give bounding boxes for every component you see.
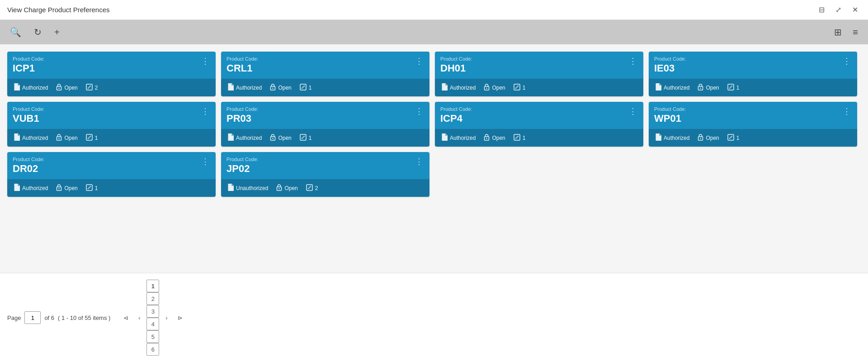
grid-view-button[interactable]: ⊞: [831, 25, 844, 39]
card-count-text: 1: [95, 185, 98, 191]
page-2-button[interactable]: 2: [146, 292, 159, 305]
card-header: Product Code: DH01 ⋮: [435, 52, 643, 79]
toolbar-right: ⊞ ≡: [831, 25, 861, 39]
card-menu-button[interactable]: ⋮: [413, 106, 425, 116]
edit-icon: [86, 134, 93, 142]
edit-icon: [86, 84, 93, 92]
svg-rect-11: [728, 84, 734, 90]
card-lock-stat: Open: [698, 83, 719, 92]
add-button[interactable]: +: [52, 25, 62, 39]
card-count-stat: 1: [300, 134, 312, 142]
card-product-label: Product Code:: [654, 106, 852, 112]
close-button[interactable]: ✕: [849, 5, 861, 15]
svg-point-7: [486, 88, 487, 89]
card-lock-stat: Open: [56, 133, 77, 142]
product-card-icp4[interactable]: Product Code: ICP4 ⋮ Authorized Open: [435, 102, 643, 147]
card-lock-stat: Open: [698, 133, 719, 142]
card-status-text: Unauthorized: [236, 185, 268, 191]
card-lock-stat: Open: [56, 184, 77, 192]
card-count-stat: 1: [727, 134, 740, 142]
lock-icon: [484, 83, 490, 92]
card-footer: Authorized Open 1: [435, 129, 643, 147]
svg-rect-20: [514, 134, 520, 140]
svg-rect-5: [300, 84, 306, 90]
lock-icon: [698, 133, 703, 142]
product-card-jp02[interactable]: Product Code: JP02 ⋮ Unauthorized Open: [221, 152, 429, 197]
svg-point-25: [59, 188, 60, 189]
card-status-stat: Authorized: [14, 184, 48, 192]
card-product-label: Product Code:: [440, 106, 638, 112]
last-page-button[interactable]: ⊳: [174, 311, 186, 324]
card-header: Product Code: CRL1 ⋮: [221, 52, 429, 79]
search-button[interactable]: 🔍: [7, 25, 24, 39]
svg-rect-29: [307, 185, 312, 191]
page-input[interactable]: [24, 311, 41, 324]
card-menu-button[interactable]: ⋮: [413, 56, 425, 66]
card-product-code: DH01: [440, 62, 638, 74]
next-page-button[interactable]: ›: [160, 311, 173, 324]
card-menu-button[interactable]: ⋮: [413, 157, 425, 167]
card-status-stat: Authorized: [14, 83, 48, 92]
card-status-text: Authorized: [450, 85, 476, 91]
page-1-button[interactable]: 1: [146, 280, 159, 292]
card-product-code: VUB1: [13, 113, 210, 124]
product-card-crl1[interactable]: Product Code: CRL1 ⋮ Authorized Open: [221, 52, 429, 96]
card-menu-button[interactable]: ⋮: [627, 56, 639, 66]
document-icon: [655, 83, 661, 92]
page-range-info: ( 1 - 10 of 55 items ): [58, 314, 110, 321]
menu-button[interactable]: ≡: [850, 25, 861, 39]
card-menu-button[interactable]: ⋮: [841, 106, 853, 116]
card-product-code: CRL1: [226, 62, 424, 74]
maximize-button[interactable]: ⤢: [833, 5, 844, 15]
card-menu-button[interactable]: ⋮: [199, 106, 211, 116]
page-label: Page: [7, 314, 21, 321]
card-menu-button[interactable]: ⋮: [841, 56, 853, 66]
page-5-button[interactable]: 5: [146, 330, 159, 343]
svg-point-16: [273, 138, 274, 139]
card-footer: Authorized Open 1: [649, 79, 857, 96]
card-status-stat: Authorized: [227, 133, 262, 142]
card-count-stat: 2: [86, 84, 98, 92]
document-icon: [227, 184, 234, 192]
document-icon: [14, 133, 20, 142]
product-card-wp01[interactable]: Product Code: WP01 ⋮ Authorized Open: [649, 102, 857, 147]
page-3-button[interactable]: 3: [146, 305, 159, 318]
card-lock-text: Open: [64, 85, 77, 91]
lock-icon: [484, 133, 490, 142]
card-lock-text: Open: [492, 135, 505, 141]
footer-bar: Page of 6 ( 1 - 10 of 55 items ) ⊲ ‹ 123…: [0, 273, 868, 362]
card-lock-text: Open: [278, 135, 291, 141]
page-6-button[interactable]: 6: [146, 343, 159, 356]
card-menu-button[interactable]: ⋮: [627, 106, 639, 116]
card-count-stat: 1: [86, 134, 98, 142]
card-count-text: 2: [315, 185, 318, 191]
card-product-code: IE03: [654, 62, 852, 74]
first-page-button[interactable]: ⊲: [119, 311, 132, 324]
card-menu-button[interactable]: ⋮: [199, 157, 211, 167]
page-4-button[interactable]: 4: [146, 318, 159, 330]
card-count-stat: 1: [300, 84, 312, 92]
minimize-button[interactable]: ⊟: [816, 5, 827, 15]
product-card-dh01[interactable]: Product Code: DH01 ⋮ Authorized Open: [435, 52, 643, 96]
product-card-icp1[interactable]: Product Code: ICP1 ⋮ Authorized Open: [7, 52, 216, 96]
card-menu-button[interactable]: ⋮: [199, 56, 211, 66]
card-count-text: 1: [736, 85, 740, 91]
product-card-pr03[interactable]: Product Code: PR03 ⋮ Authorized Open: [221, 102, 429, 147]
card-lock-text: Open: [278, 85, 291, 91]
prev-page-button[interactable]: ‹: [133, 311, 146, 324]
refresh-button[interactable]: ↻: [31, 25, 44, 39]
card-product-label: Product Code:: [226, 106, 424, 112]
card-product-label: Product Code:: [440, 56, 638, 62]
card-product-code: ICP1: [13, 62, 210, 74]
edit-icon: [86, 184, 93, 192]
card-product-code: ICP4: [440, 113, 638, 124]
card-header: Product Code: ICP1 ⋮: [7, 52, 216, 79]
svg-point-22: [700, 138, 701, 139]
product-card-ie03[interactable]: Product Code: IE03 ⋮ Authorized Open: [649, 52, 857, 96]
card-count-stat: 2: [306, 184, 318, 192]
product-card-vub1[interactable]: Product Code: VUB1 ⋮ Authorized Open: [7, 102, 216, 147]
product-card-dr02[interactable]: Product Code: DR02 ⋮ Authorized Open: [7, 152, 216, 197]
card-header: Product Code: JP02 ⋮: [221, 152, 429, 179]
card-lock-stat: Open: [484, 83, 505, 92]
lock-icon: [56, 133, 62, 142]
